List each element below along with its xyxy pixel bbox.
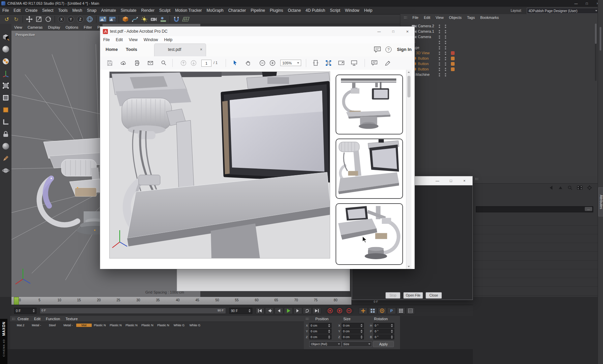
texture-axis-icon[interactable]: [1, 141, 11, 151]
om-scrollbar[interactable]: [595, 24, 597, 81]
size-mode-dropdown[interactable]: Size: [342, 341, 372, 347]
texture-tag-icon[interactable]: [451, 57, 455, 60]
panel-grip-icon[interactable]: [306, 317, 309, 320]
position-z-field[interactable]: 0 cm: [309, 334, 332, 339]
print-icon[interactable]: [134, 60, 140, 66]
om-menu-edit[interactable]: Edit: [424, 16, 430, 20]
rotate-tool-icon[interactable]: [44, 15, 53, 24]
material-item[interactable]: Plastic N: [124, 323, 139, 327]
dialog-minimize-button[interactable]: —: [431, 176, 444, 185]
position-y-field[interactable]: 0 cm: [309, 329, 332, 334]
object-row[interactable]: age: [400, 45, 598, 51]
object-mode-dropdown[interactable]: Object (Rel): [309, 341, 342, 347]
viewport-menu-view[interactable]: View: [14, 25, 22, 29]
viewport-menu-options[interactable]: Options: [65, 25, 78, 29]
zoom-out-icon[interactable]: [259, 60, 265, 66]
environment-icon[interactable]: [159, 15, 168, 24]
add-camera-icon[interactable]: [149, 15, 158, 24]
panel-grip-icon[interactable]: [475, 178, 478, 180]
zoom-in-icon[interactable]: [269, 60, 276, 66]
sign-in-link[interactable]: Sign In: [397, 47, 411, 52]
acrobat-titlebar[interactable]: test.pdf - Adobe Acrobat Pro DC — □ ×: [100, 27, 414, 36]
view-thumbnail-2[interactable]: [336, 139, 403, 199]
dock-scrollbar[interactable]: [600, 27, 601, 51]
fit-width-icon[interactable]: [325, 60, 332, 66]
keyframe-parameter-toggle[interactable]: P: [387, 307, 396, 314]
tab-close-icon[interactable]: ×: [200, 47, 202, 52]
position-x-field[interactable]: 0 cm: [309, 323, 332, 328]
size-y-field[interactable]: 0 cm: [342, 329, 364, 334]
spline-pen-icon[interactable]: [131, 15, 139, 24]
object-row[interactable]: Button: [400, 56, 598, 61]
page-number-input[interactable]: 1: [201, 60, 211, 67]
coordinate-system-icon[interactable]: [85, 15, 94, 24]
om-menu-file[interactable]: File: [412, 16, 419, 20]
scrollbar-thumb[interactable]: [407, 76, 410, 97]
x-axis-button[interactable]: X: [57, 15, 66, 24]
object-row[interactable]: 3D View: [400, 51, 598, 56]
menu-sculpt[interactable]: Sculpt: [157, 8, 173, 13]
lock-icon[interactable]: [1, 129, 11, 139]
apply-button[interactable]: Apply: [373, 341, 394, 347]
menu-help[interactable]: Help: [362, 8, 375, 13]
object-row[interactable]: Button: [400, 61, 598, 67]
menu-mograph[interactable]: MoGraph: [204, 8, 226, 13]
acrobat-menu-view[interactable]: View: [126, 37, 141, 42]
y-axis-button[interactable]: Y: [66, 15, 75, 24]
acrobat-menu-window[interactable]: Window: [141, 37, 161, 42]
menu-character[interactable]: Character: [226, 8, 249, 13]
end-frame-field[interactable]: 90 F: [229, 308, 252, 314]
material-item[interactable]: White G: [187, 323, 203, 327]
menu-mesh[interactable]: Mesh: [70, 8, 84, 13]
rotation-h-field[interactable]: 0 °: [373, 323, 394, 328]
material-item[interactable]: Metal -: [29, 323, 44, 327]
viewport-menu-display[interactable]: Display: [48, 25, 60, 29]
object-axis-icon[interactable]: [1, 68, 11, 79]
edges-mode-icon[interactable]: [1, 93, 11, 103]
object-row[interactable]: Button: [400, 67, 598, 72]
presentation-icon[interactable]: [351, 60, 357, 66]
material-item[interactable]: Plastic N: [108, 323, 123, 327]
menu-select[interactable]: Select: [40, 8, 56, 13]
dialog-close-button[interactable]: ×: [458, 176, 471, 185]
object-row[interactable]: Camera.2: [400, 24, 598, 29]
menu-4dpublish[interactable]: 4D Publish: [303, 8, 327, 13]
tab-tools[interactable]: Tools: [126, 47, 137, 52]
dialog-maximize-button[interactable]: □: [444, 176, 458, 185]
rotation-b-field[interactable]: 0 °: [373, 334, 394, 339]
mat-menu-function[interactable]: Function: [46, 317, 60, 321]
menu-window[interactable]: Window: [343, 8, 362, 13]
loop-button[interactable]: [303, 307, 312, 314]
acrobat-close-button[interactable]: ×: [400, 28, 414, 35]
points-mode-icon[interactable]: [1, 81, 11, 91]
view-thumbnail-3[interactable]: [336, 203, 403, 265]
mat-menu-texture[interactable]: Texture: [65, 317, 78, 321]
tab-home[interactable]: Home: [106, 47, 118, 52]
timeline-ruler[interactable]: 0 5 10 15 20 25 30 35 40 45 50 55 60 65 …: [11, 297, 351, 305]
current-frame-field[interactable]: 0 F: [14, 308, 36, 314]
email-icon[interactable]: [147, 60, 153, 66]
object-row[interactable]: F: [400, 40, 598, 45]
paint-tool-icon[interactable]: [1, 153, 11, 163]
undo-icon[interactable]: ↺: [2, 15, 11, 24]
material-item[interactable]: White G: [171, 323, 187, 327]
play-button[interactable]: [284, 307, 293, 314]
render-view-icon[interactable]: [98, 15, 107, 24]
film-icon[interactable]: [577, 186, 582, 190]
tab-document[interactable]: test.pdf ×: [154, 43, 206, 56]
add-light-icon[interactable]: [140, 15, 149, 24]
autokey-button[interactable]: [335, 307, 344, 314]
add-cube-icon[interactable]: [121, 15, 130, 24]
fullscreen-icon[interactable]: [338, 60, 344, 66]
timeline-range-slider[interactable]: 0 F 90 F: [40, 308, 226, 314]
viewport-menu-filter[interactable]: Filter: [84, 25, 92, 29]
size-z-field[interactable]: 0 cm: [342, 334, 364, 339]
keyframe-rotation-toggle[interactable]: [378, 307, 386, 314]
previous-frame-button[interactable]: [275, 307, 283, 314]
object-row[interactable]: Camera: [400, 34, 598, 40]
material-item[interactable]: Plastic N: [140, 323, 155, 327]
acrobat-menu-file[interactable]: File: [100, 37, 113, 42]
texture-tag-icon[interactable]: [451, 51, 455, 55]
record-keyframe-button[interactable]: [326, 307, 335, 314]
material-item[interactable]: Metal -: [60, 323, 76, 327]
